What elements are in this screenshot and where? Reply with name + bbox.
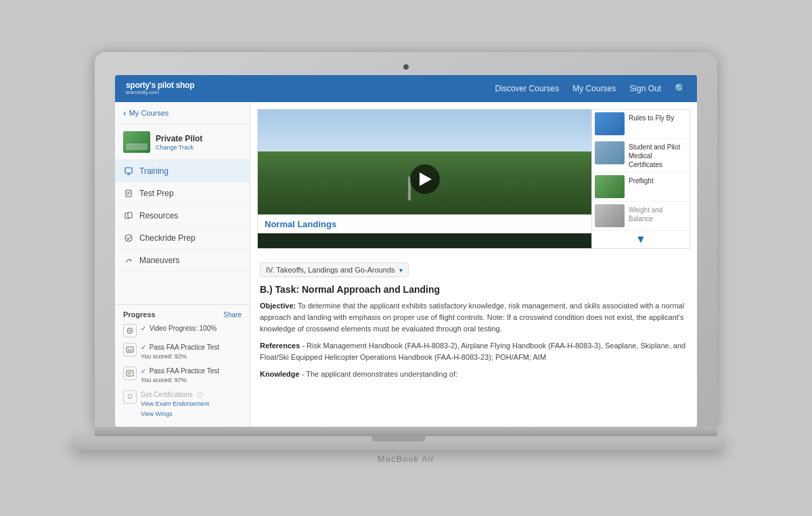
change-track[interactable]: Change Track <box>156 144 202 151</box>
thumb-medical <box>595 141 625 164</box>
svg-point-9 <box>125 235 132 241</box>
chapter-chevron-icon: ▾ <box>399 266 403 274</box>
progress-faa1: 80 ✓ Pass FAA Practice Test You scored: … <box>123 343 242 361</box>
checkride-label: Checkride Prep <box>139 233 196 243</box>
course-title: Private Pilot <box>156 134 202 143</box>
view-wings-link[interactable]: View Wings <box>141 409 209 419</box>
references-label: References <box>260 342 300 350</box>
faa2-icon <box>123 367 137 380</box>
course-thumbnail <box>123 131 150 153</box>
laptop-wrapper: sporty's pilot shop learntofly.com Disco… <box>95 52 717 464</box>
list-item[interactable]: Student and Pilot Medical Certificates <box>592 139 690 172</box>
knowledge-label: Knowledge <box>260 370 300 378</box>
logo-sub-text: learntofly.com <box>126 90 194 96</box>
content-area: Normal Landings Rules to Fly By Student … <box>250 102 697 427</box>
references-paragraph: References - Risk Management Handbook (F… <box>260 340 687 363</box>
thumb-preflight <box>595 175 625 198</box>
sidebar: My Courses Private Pilot Change Track Tr… <box>115 102 250 427</box>
play-icon <box>420 172 432 186</box>
progress-faa2: ✓ Pass FAA Practice Test You scored: 97% <box>123 367 242 385</box>
svg-rect-15 <box>127 371 133 376</box>
view-exam-link[interactable]: View Exam Endorsement <box>141 399 209 408</box>
share-link[interactable]: Share <box>223 311 242 319</box>
progress-section: Progress Share ✓ Video Progress: 100% <box>115 304 250 427</box>
laptop-camera <box>403 64 409 70</box>
sky <box>258 110 591 151</box>
video-progress-icon <box>123 324 137 337</box>
checkride-icon <box>123 233 134 243</box>
progress-header: Progress Share <box>123 310 242 319</box>
content-body: IV. Takeoffs, Landings and Go-Arounds ▾ … <box>250 256 697 392</box>
main-area: My Courses Private Pilot Change Track Tr… <box>115 102 697 427</box>
list-item[interactable]: Weight and Balance <box>592 202 690 231</box>
maneuvers-icon <box>123 255 134 266</box>
nav-discover[interactable]: Discover Courses <box>495 84 560 93</box>
svg-point-12 <box>129 329 131 332</box>
laptop-hinge <box>95 427 717 436</box>
macbook-label: MacBook Air <box>378 454 434 464</box>
svg-text:80: 80 <box>128 348 133 352</box>
test-prep-icon <box>123 188 134 199</box>
laptop-base <box>72 436 725 450</box>
search-icon[interactable]: 🔍 <box>675 83 686 94</box>
video-title: Normal Landings <box>258 214 591 233</box>
resources-label: Resources <box>139 211 178 220</box>
cert-info-icon: ⓘ <box>197 392 203 398</box>
chapter-selector-label: IV. Takeoffs, Landings and Go-Arounds <box>266 266 395 274</box>
sidebar-item-checkride[interactable]: Checkride Prep <box>115 227 250 250</box>
video-landscape <box>258 110 591 214</box>
nav-sign-out[interactable]: Sign Out <box>629 84 661 93</box>
laptop-notch <box>371 436 426 442</box>
video-chapter-list: Rules to Fly By Student and Pilot Medica… <box>591 110 690 248</box>
cert-text: Get Certifications ⓘ View Exam Endorseme… <box>141 390 209 419</box>
svg-rect-0 <box>125 168 132 173</box>
resources-icon <box>123 210 134 221</box>
references-text: - Risk Management Handbook (FAA-H-8083-2… <box>260 342 685 361</box>
nav-links: Discover Courses My Courses Sign Out 🔍 <box>495 83 686 94</box>
progress-video: ✓ Video Progress: 100% <box>123 324 242 337</box>
video-progress-text: ✓ Video Progress: 100% <box>141 324 217 333</box>
progress-label: Progress <box>123 310 156 319</box>
video-panel: Normal Landings Rules to Fly By Student … <box>257 109 690 249</box>
sidebar-item-test-prep[interactable]: Test Prep <box>115 183 250 205</box>
screen: sporty's pilot shop learntofly.com Disco… <box>115 75 697 427</box>
training-label: Training <box>139 166 168 176</box>
faa1-text: ✓ Pass FAA Practice Test You scored: 92% <box>141 343 219 361</box>
test-prep-label: Test Prep <box>139 189 174 198</box>
chapter-selector[interactable]: IV. Takeoffs, Landings and Go-Arounds ▾ <box>260 262 409 277</box>
sidebar-item-resources[interactable]: Resources <box>115 205 250 227</box>
sidebar-item-training[interactable]: Training <box>115 160 250 183</box>
list-item[interactable]: Preflight <box>592 172 690 202</box>
thumb-rules <box>595 112 625 135</box>
list-item[interactable]: Rules to Fly By <box>592 110 690 139</box>
certifications-item: Get Certifications ⓘ View Exam Endorseme… <box>123 390 242 419</box>
label-weight: Weight and Balance <box>629 204 687 227</box>
logo: sporty's pilot shop learntofly.com <box>126 81 194 96</box>
label-preflight: Preflight <box>629 175 654 198</box>
objective-text: To determine that the applicant exhibits… <box>260 302 684 333</box>
nav-my-courses[interactable]: My Courses <box>572 84 616 93</box>
svg-rect-8 <box>128 212 132 218</box>
chevron-down-icon[interactable]: ▼ <box>592 231 690 248</box>
thumb-weight <box>595 204 625 227</box>
maneuvers-label: Maneuvers <box>139 256 179 265</box>
course-details: Private Pilot Change Track <box>156 134 202 151</box>
training-icon <box>123 166 134 177</box>
faa2-text: ✓ Pass FAA Practice Test You scored: 97% <box>141 367 219 385</box>
cert-links: View Exam Endorsement View Wings <box>141 399 209 419</box>
screen-bezel: sporty's pilot shop learntofly.com Disco… <box>95 52 717 427</box>
back-to-courses[interactable]: My Courses <box>115 102 250 124</box>
video-container: Normal Landings <box>258 110 591 248</box>
label-medical: Student and Pilot Medical Certificates <box>629 141 687 169</box>
course-info: Private Pilot Change Track <box>115 124 250 160</box>
task-title: B.) Task: Normal Approach and Landing <box>260 284 687 295</box>
knowledge-paragraph: Knowledge - The applicant demonstrates u… <box>260 369 687 380</box>
sidebar-item-maneuvers[interactable]: Maneuvers <box>115 250 250 272</box>
faa1-icon: 80 <box>123 343 137 356</box>
label-rules: Rules to Fly By <box>629 112 674 135</box>
top-nav: sporty's pilot shop learntofly.com Disco… <box>115 75 697 102</box>
cert-icon <box>123 390 137 404</box>
play-button[interactable] <box>410 164 440 194</box>
objective-paragraph: Objective: To determine that the applica… <box>260 300 687 335</box>
knowledge-partial: - The applicant demonstrates understandi… <box>302 370 457 378</box>
